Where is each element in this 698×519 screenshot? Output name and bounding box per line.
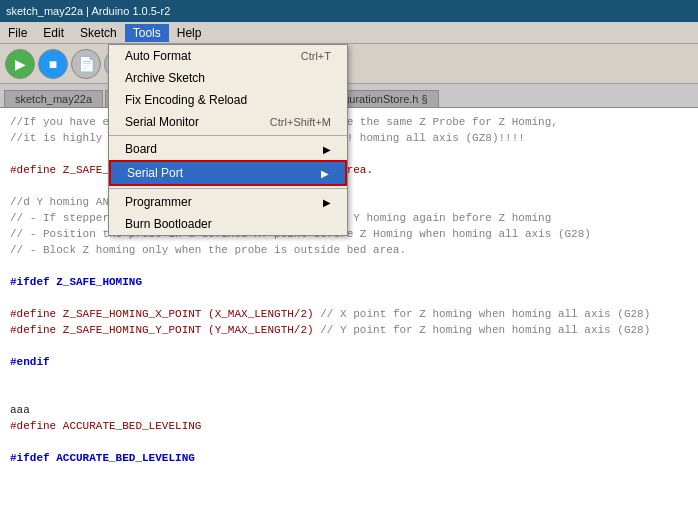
menu-help[interactable]: Help xyxy=(169,24,210,42)
board-item[interactable]: Board ▶ xyxy=(109,138,347,160)
fix-encoding-item[interactable]: Fix Encoding & Reload xyxy=(109,89,347,111)
editor-line: #endif xyxy=(10,354,688,370)
editor-line: #ifdef Z_SAFE_HOMING xyxy=(10,274,688,290)
run-button[interactable]: ▶ xyxy=(5,49,35,79)
editor-line xyxy=(10,386,688,402)
editor-line: // - Block Z homing only when the probe … xyxy=(10,242,688,258)
editor-line: #ifdef ACCURATE_BED_LEVELING xyxy=(10,450,688,466)
serial-monitor-shortcut: Ctrl+Shift+M xyxy=(270,116,331,128)
editor-line xyxy=(10,258,688,274)
editor-line: #define Z_SAFE_HOMING_Y_POINT (Y_MAX_LEN… xyxy=(10,322,688,338)
board-arrow-icon: ▶ xyxy=(323,144,331,155)
editor-line xyxy=(10,338,688,354)
serial-monitor-label: Serial Monitor xyxy=(125,115,199,129)
separator-2 xyxy=(109,188,347,189)
title-bar: sketch_may22a | Arduino 1.0.5-r2 xyxy=(0,0,698,22)
menu-bar: File Edit Sketch Tools Help xyxy=(0,22,698,44)
tabs-bar: sketch_may22a sketch § ConfigurationStor… xyxy=(0,84,698,108)
auto-format-item[interactable]: Auto Format Ctrl+T xyxy=(109,45,347,67)
editor: //If you have enabled Z_SAFE_HOMING, rem… xyxy=(0,108,698,519)
editor-line xyxy=(10,370,688,386)
toolbar: ▶ ■ 📄 ⬆ 💾 xyxy=(0,44,698,84)
editor-line: #define Z_SAFE_HOMING_X_POINT (X_MAX_LEN… xyxy=(10,306,688,322)
programmer-label: Programmer xyxy=(125,195,192,209)
archive-sketch-item[interactable]: Archive Sketch xyxy=(109,67,347,89)
board-label: Board xyxy=(125,142,157,156)
auto-format-shortcut: Ctrl+T xyxy=(301,50,331,62)
serial-port-item[interactable]: Serial Port ▶ xyxy=(109,160,347,186)
editor-line: aaa xyxy=(10,402,688,418)
menu-edit[interactable]: Edit xyxy=(35,24,72,42)
editor-line xyxy=(10,434,688,450)
archive-sketch-label: Archive Sketch xyxy=(125,71,205,85)
stop-button[interactable]: ■ xyxy=(38,49,68,79)
editor-line: #define ACCURATE_BED_LEVELING xyxy=(10,418,688,434)
new-button[interactable]: 📄 xyxy=(71,49,101,79)
menu-sketch[interactable]: Sketch xyxy=(72,24,125,42)
tab-sketch-may22a[interactable]: sketch_may22a xyxy=(4,90,103,107)
editor-line xyxy=(10,290,688,306)
serial-port-arrow-icon: ▶ xyxy=(321,168,329,179)
programmer-arrow-icon: ▶ xyxy=(323,197,331,208)
title-text: sketch_may22a | Arduino 1.0.5-r2 xyxy=(6,5,170,17)
serial-monitor-item[interactable]: Serial Monitor Ctrl+Shift+M xyxy=(109,111,347,133)
separator-1 xyxy=(109,135,347,136)
menu-tools[interactable]: Tools xyxy=(125,24,169,42)
programmer-item[interactable]: Programmer ▶ xyxy=(109,191,347,213)
serial-port-label: Serial Port xyxy=(127,166,183,180)
auto-format-label: Auto Format xyxy=(125,49,191,63)
tools-dropdown[interactable]: Auto Format Ctrl+T Archive Sketch Fix En… xyxy=(108,44,348,236)
fix-encoding-label: Fix Encoding & Reload xyxy=(125,93,247,107)
burn-bootloader-label: Burn Bootloader xyxy=(125,217,212,231)
burn-bootloader-item[interactable]: Burn Bootloader xyxy=(109,213,347,235)
menu-file[interactable]: File xyxy=(0,24,35,42)
